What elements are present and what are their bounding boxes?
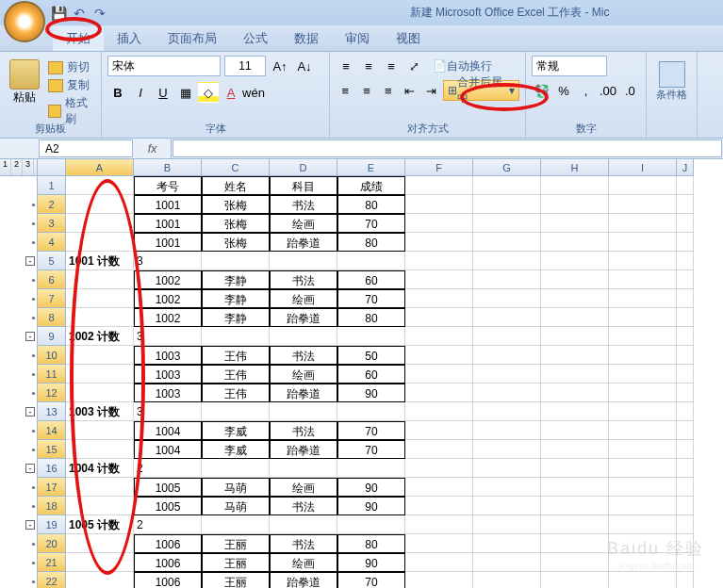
row-header[interactable]: 11: [38, 365, 66, 384]
cell[interactable]: 1004 计数: [66, 459, 134, 478]
cell[interactable]: [677, 402, 694, 421]
row-header[interactable]: 6: [38, 270, 66, 289]
cell[interactable]: 1002: [134, 308, 202, 327]
cell[interactable]: [473, 214, 541, 233]
cell[interactable]: 张梅: [202, 195, 270, 214]
row-header[interactable]: 10: [38, 346, 66, 365]
cell[interactable]: 90: [337, 497, 405, 515]
cell[interactable]: 1006: [134, 553, 202, 572]
outline-cell[interactable]: [0, 214, 37, 233]
cell[interactable]: 姓名: [202, 176, 270, 195]
save-icon[interactable]: 💾: [51, 6, 66, 21]
cell[interactable]: [677, 572, 694, 588]
cell[interactable]: [541, 176, 609, 195]
cell[interactable]: [677, 421, 694, 440]
border-button[interactable]: ▦: [175, 82, 196, 103]
cell[interactable]: 80: [337, 233, 405, 252]
cell[interactable]: [541, 402, 609, 421]
outline-cell[interactable]: [0, 478, 37, 497]
cell[interactable]: 60: [337, 365, 405, 384]
cell-grid[interactable]: 考号姓名科目成绩1001张梅书法801001张梅绘画701001张梅跆拳道801…: [66, 176, 694, 588]
cell[interactable]: 跆拳道: [270, 440, 337, 459]
cell[interactable]: [270, 459, 337, 478]
cell[interactable]: [473, 233, 541, 252]
cell[interactable]: [609, 459, 677, 478]
cell[interactable]: 考号: [134, 176, 202, 195]
cell[interactable]: 1003: [134, 365, 202, 384]
cell[interactable]: [541, 553, 609, 572]
cell[interactable]: 绘画: [270, 214, 337, 233]
cell[interactable]: [405, 289, 473, 308]
cell[interactable]: [541, 289, 609, 308]
cell[interactable]: [677, 553, 694, 572]
outline-cell[interactable]: [0, 233, 37, 252]
cell[interactable]: [405, 534, 473, 553]
tab-formulas[interactable]: 公式: [230, 26, 281, 51]
decrease-indent-icon[interactable]: ⇤: [400, 80, 419, 101]
row-header[interactable]: 1: [38, 176, 66, 195]
cell[interactable]: [337, 402, 405, 421]
cell[interactable]: [473, 365, 541, 384]
row-header[interactable]: 17: [38, 478, 66, 497]
italic-button[interactable]: I: [130, 82, 151, 103]
cell[interactable]: [202, 327, 270, 346]
outline-cell[interactable]: [0, 421, 37, 440]
cell[interactable]: [405, 497, 473, 515]
cell[interactable]: [66, 233, 134, 252]
cell[interactable]: [541, 233, 609, 252]
row-header[interactable]: 14: [38, 421, 66, 440]
cell[interactable]: 绘画: [270, 289, 337, 308]
column-header-G[interactable]: G: [473, 159, 541, 176]
cell[interactable]: 80: [337, 195, 405, 214]
cell[interactable]: 80: [337, 534, 405, 553]
cell[interactable]: [270, 515, 337, 534]
name-box[interactable]: [39, 139, 133, 157]
cell[interactable]: 1006: [134, 572, 202, 588]
cell[interactable]: 马萌: [202, 478, 270, 497]
underline-button[interactable]: U: [153, 82, 173, 103]
cell[interactable]: [609, 289, 677, 308]
cell[interactable]: [609, 327, 677, 346]
cell[interactable]: 70: [337, 214, 405, 233]
increase-decimal-icon[interactable]: .00: [598, 80, 617, 101]
align-left-icon[interactable]: ≡: [336, 80, 355, 101]
cell[interactable]: 书法: [270, 195, 337, 214]
tab-data[interactable]: 数据: [281, 26, 332, 51]
cell[interactable]: 1005 计数: [66, 515, 134, 534]
cell[interactable]: 绘画: [270, 553, 337, 572]
cell[interactable]: [541, 534, 609, 553]
cell[interactable]: [541, 214, 609, 233]
cell[interactable]: [473, 497, 541, 515]
cell[interactable]: [609, 497, 677, 515]
cell[interactable]: [609, 214, 677, 233]
cell[interactable]: [609, 308, 677, 327]
cell[interactable]: [270, 252, 337, 270]
cell[interactable]: [541, 497, 609, 515]
cell[interactable]: 70: [337, 440, 405, 459]
cell[interactable]: [66, 534, 134, 553]
cell[interactable]: [677, 384, 694, 402]
row-header[interactable]: 12: [38, 384, 66, 402]
cell[interactable]: 1004: [134, 440, 202, 459]
cell[interactable]: 2: [134, 515, 202, 534]
cell[interactable]: 1004: [134, 421, 202, 440]
cell[interactable]: 1005: [134, 497, 202, 515]
cell[interactable]: [473, 478, 541, 497]
row-header[interactable]: 13: [38, 402, 66, 421]
cell[interactable]: [609, 421, 677, 440]
cell[interactable]: 跆拳道: [270, 384, 337, 402]
cell[interactable]: 李静: [202, 308, 270, 327]
cell[interactable]: 王伟: [202, 365, 270, 384]
outline-cell[interactable]: -: [0, 515, 37, 534]
cell[interactable]: [609, 176, 677, 195]
cell[interactable]: 王伟: [202, 384, 270, 402]
outline-cell[interactable]: [0, 308, 37, 327]
cell[interactable]: 王伟: [202, 346, 270, 365]
row-header[interactable]: 5: [38, 252, 66, 270]
cell[interactable]: 60: [337, 270, 405, 289]
cell[interactable]: [609, 553, 677, 572]
outline-cell[interactable]: -: [0, 327, 37, 346]
cell[interactable]: 跆拳道: [270, 572, 337, 588]
cell[interactable]: [473, 534, 541, 553]
outline-cell[interactable]: [0, 497, 37, 515]
